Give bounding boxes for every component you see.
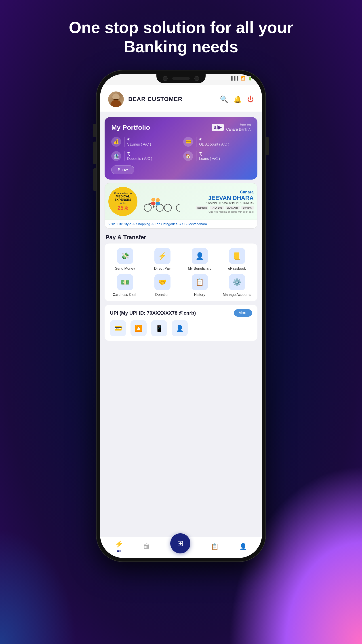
portfolio-grid: 💰 ₹ Savings ( A/C ) 💳 ₹ bbox=[111, 137, 251, 161]
portfolio-header: My Portfolio ai▶ केनल बैंक Canara Bank △ bbox=[111, 124, 251, 132]
power-icon[interactable]: ⏻ bbox=[247, 96, 254, 103]
canara-text: Canara bbox=[196, 190, 254, 194]
banner-note: *One free medical checkup with debit car… bbox=[196, 210, 254, 213]
svg-point-9 bbox=[151, 198, 155, 202]
savings-amount: ₹ bbox=[127, 137, 151, 142]
donation-icon: 🤝 bbox=[154, 274, 170, 290]
bottom-spacer bbox=[100, 344, 262, 351]
deposits-icon: 🏦 bbox=[111, 151, 121, 161]
nav-cards[interactable]: 📋 bbox=[211, 543, 219, 550]
bottom-nav: ⚡ All 🏛 ⊞ 📋 👤 bbox=[100, 537, 262, 558]
show-balance-button[interactable]: Show bbox=[111, 166, 134, 174]
od-label: OD Account ( A/C ) bbox=[199, 142, 229, 146]
profile-nav-icon: 👤 bbox=[239, 543, 247, 550]
volume-down-button bbox=[93, 168, 96, 191]
banner-footer[interactable]: Visit : Life Style ➜ Shopping ➜ Top Cate… bbox=[105, 220, 257, 228]
battery-icon: 🔋 bbox=[248, 76, 253, 81]
donation-button[interactable]: 🤝 Donation bbox=[145, 274, 179, 297]
seniority-logo: Seniority bbox=[241, 206, 254, 210]
upi-mobile-icon[interactable]: 📱 bbox=[151, 320, 167, 336]
upi-header: UPI (My UPI ID: 70XXXXXX78 @cnrb) More bbox=[110, 309, 252, 317]
portfolio-logos: ai▶ केनल बैंक Canara Bank △ bbox=[212, 124, 251, 132]
history-button[interactable]: 📋 History bbox=[183, 274, 217, 297]
banner-discount-badge: Concession on MEDICALEXPENSES upto 25% bbox=[108, 187, 137, 216]
avatar bbox=[108, 92, 124, 107]
main-scroll: My Portfolio ai▶ केनल बैंक Canara Bank △ bbox=[100, 112, 262, 537]
netmeds-logo: netmeds bbox=[196, 206, 208, 210]
banner-partner-logos: netmeds TATA 1mg JIO MART Seniority bbox=[196, 206, 254, 210]
donation-label: Donation bbox=[155, 292, 169, 297]
savings-label: Savings ( A/C ) bbox=[127, 142, 151, 146]
app-header: DEAR CUSTOMER 🔍 🔔 ⏻ bbox=[100, 85, 262, 112]
portfolio-title: My Portfolio bbox=[111, 124, 150, 131]
manage-accounts-button[interactable]: ⚙️ Manage Accounts bbox=[220, 274, 254, 297]
send-money-icon: 💸 bbox=[117, 248, 133, 264]
history-label: History bbox=[194, 292, 205, 297]
page-title: One stop solution for all your Banking n… bbox=[46, 18, 316, 56]
epassbook-label: ePassbook bbox=[228, 266, 246, 270]
header-greeting: DEAR CUSTOMER bbox=[128, 96, 220, 103]
manage-accounts-label: Manage Accounts bbox=[223, 292, 251, 297]
loans-item[interactable]: 🏠 ₹ Loans ( A/C ) bbox=[183, 151, 251, 161]
pay-grid-row2: 💵 Card-less Cash 🤝 Donation 📋 History bbox=[108, 274, 254, 297]
manage-accounts-icon: ⚙️ bbox=[229, 274, 245, 290]
upi-send-icon[interactable]: 🔼 bbox=[130, 320, 147, 336]
pay-transfer-title: Pay & Transfer bbox=[100, 232, 262, 244]
upi-icons-row: 💳 🔼 📱 👤 bbox=[110, 320, 252, 336]
pay-grid-row1: 💸 Send Money ⚡ Direct Pay 👤 My Beneficia… bbox=[108, 248, 254, 270]
discount-percent: 25% bbox=[117, 205, 128, 211]
svg-point-3 bbox=[144, 204, 151, 211]
upi-more-button[interactable]: More bbox=[234, 309, 252, 317]
svg-rect-12 bbox=[156, 202, 160, 205]
banner-main: Concession on MEDICALEXPENSES upto 25% bbox=[105, 183, 257, 220]
send-money-button[interactable]: 💸 Send Money bbox=[108, 248, 142, 270]
loans-icon: 🏠 bbox=[183, 151, 193, 161]
upi-contact-icon[interactable]: 👤 bbox=[172, 320, 188, 336]
search-icon[interactable]: 🔍 bbox=[220, 95, 228, 103]
od-amount: ₹ bbox=[199, 137, 229, 142]
od-item[interactable]: 💳 ₹ OD Account ( A/C ) bbox=[183, 137, 251, 147]
wifi-icon: 📶 bbox=[240, 76, 245, 81]
concession-text: Concession on bbox=[114, 192, 132, 195]
my-beneficiary-label: My Beneficiary bbox=[188, 266, 211, 270]
epassbook-button[interactable]: 📒 ePassbook bbox=[220, 248, 254, 270]
notification-icon[interactable]: 🔔 bbox=[234, 95, 242, 103]
svg-point-13 bbox=[164, 204, 171, 211]
svg-point-14 bbox=[176, 204, 180, 211]
my-beneficiary-button[interactable]: 👤 My Beneficiary bbox=[183, 248, 217, 270]
portfolio-card: My Portfolio ai▶ केनल बैंक Canara Bank △ bbox=[105, 117, 257, 180]
nav-bank[interactable]: 🏛 bbox=[144, 543, 150, 550]
nav-profile[interactable]: 👤 bbox=[239, 543, 247, 550]
qr-icon: ⊞ bbox=[177, 539, 184, 548]
header-actions: 🔍 🔔 ⏻ bbox=[220, 95, 254, 103]
direct-pay-label: Direct Pay bbox=[154, 266, 171, 270]
divider bbox=[196, 137, 196, 147]
power-side-button bbox=[266, 137, 269, 155]
nav-all[interactable]: ⚡ All bbox=[115, 540, 123, 553]
deposits-item[interactable]: 🏦 ₹ Deposits ( A/C ) bbox=[111, 151, 179, 161]
nav-all-label: All bbox=[117, 549, 121, 553]
cardless-cash-button[interactable]: 💵 Card-less Cash bbox=[108, 274, 142, 297]
savings-icon: 💰 bbox=[111, 137, 121, 147]
status-bar: ▐▐▐ 📶 🔋 bbox=[109, 76, 253, 81]
svg-point-2 bbox=[111, 100, 121, 107]
qr-scan-button[interactable]: ⊞ bbox=[170, 533, 190, 554]
od-icon: 💳 bbox=[183, 137, 193, 147]
canara-bank-logo: केनल बैंक Canara Bank △ bbox=[226, 124, 251, 132]
loans-amount: ₹ bbox=[199, 152, 220, 157]
savings-item[interactable]: 💰 ₹ Savings ( A/C ) bbox=[111, 137, 179, 147]
direct-pay-icon: ⚡ bbox=[154, 248, 170, 264]
upi-section: UPI (My UPI ID: 70XXXXXX78 @cnrb) More 💳… bbox=[105, 305, 257, 341]
divider bbox=[196, 151, 196, 161]
history-icon: 📋 bbox=[192, 274, 208, 290]
deposits-label: Deposits ( A/C ) bbox=[127, 157, 152, 161]
divider bbox=[124, 151, 124, 161]
direct-pay-button[interactable]: ⚡ Direct Pay bbox=[145, 248, 179, 270]
upi-pay-icon[interactable]: 💳 bbox=[110, 320, 126, 336]
send-money-label: Send Money bbox=[115, 266, 135, 270]
loans-label: Loans ( A/C ) bbox=[199, 157, 220, 161]
pay-transfer-card: 💸 Send Money ⚡ Direct Pay 👤 My Beneficia… bbox=[105, 244, 257, 301]
svg-point-8 bbox=[153, 206, 154, 208]
phone-mockup: ▐▐▐ 📶 🔋 DEAR CUSTOMER bbox=[96, 70, 266, 580]
ai-logo: ai▶ bbox=[212, 124, 224, 131]
